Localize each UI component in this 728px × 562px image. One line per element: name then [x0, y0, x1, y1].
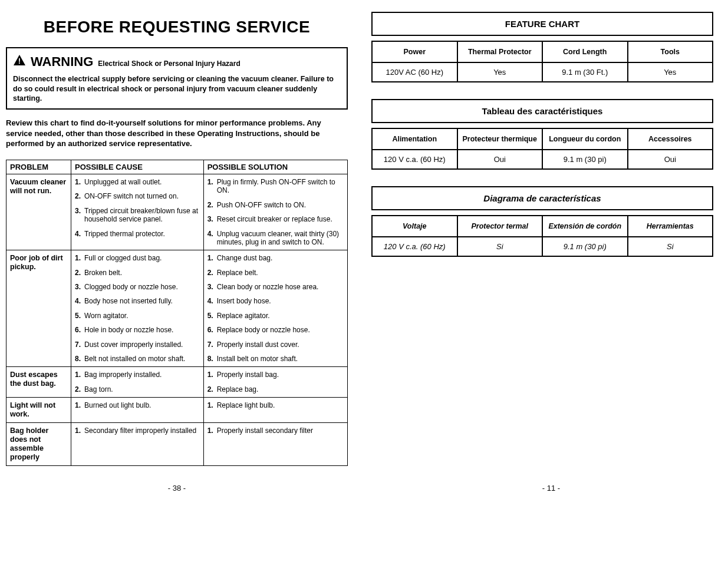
problem-cell: Vacuum cleaner will not run. — [6, 174, 71, 250]
cause-item: Secondary filter improperly installed — [75, 427, 200, 435]
cause-item: Belt not installed on motor shaft. — [75, 355, 200, 363]
feature-chart-title: FEATURE CHART — [372, 12, 713, 35]
warning-header: ! WARNING Electrical Shock or Personal I… — [13, 53, 341, 71]
cause-item: Tripped circuit breaker/blown fuse at ho… — [75, 207, 200, 224]
solution-cell: Replace light bulb. — [203, 398, 347, 423]
feature-header: Extensión de cordón — [542, 216, 628, 237]
feature-header: Longueur du cordon — [542, 128, 628, 150]
svg-text:!: ! — [18, 57, 21, 65]
feature-value: 120 V c.a. (60 Hz) — [372, 237, 457, 256]
solution-item: Install belt on motor shaft. — [207, 355, 344, 363]
cause-cell: Burned out light bulb. — [71, 398, 204, 423]
feature-header: Tools — [628, 41, 713, 62]
cause-item: Body hose not inserted fully. — [75, 297, 200, 305]
page-container: BEFORE REQUESTING SERVICE ! WARNING Elec… — [6, 12, 722, 466]
problem-cell: Bag holder does not assemble properly — [6, 423, 71, 466]
solution-item: Replace body or nozzle hose. — [207, 326, 344, 334]
solution-item: Change dust bag. — [207, 254, 344, 262]
troubleshoot-table: PROBLEM POSSIBLE CAUSE POSSIBLE SOLUTION… — [6, 160, 348, 466]
feature-header: Accessoires — [628, 128, 713, 150]
col-header-cause: POSSIBLE CAUSE — [71, 160, 204, 174]
feature-header: Protector termal — [457, 216, 543, 237]
problem-cell: Poor job of dirt pickup. — [6, 250, 71, 367]
cause-item: Hole in body or nozzle hose. — [75, 326, 200, 334]
problem-cell: Light will not work. — [6, 398, 71, 423]
table-row: Light will not work.Burned out light bul… — [6, 398, 348, 423]
feature-chart-title: Tableau des caractéristiques — [372, 100, 713, 123]
solution-cell: Change dust bag.Replace belt.Clean body … — [203, 250, 347, 367]
feature-header: Cord Length — [542, 41, 628, 62]
col-header-problem: PROBLEM — [6, 160, 71, 174]
feature-value: Oui — [628, 150, 713, 169]
left-page: BEFORE REQUESTING SERVICE ! WARNING Elec… — [6, 12, 348, 466]
page-number-right: - 11 - — [380, 484, 722, 492]
feature-value: 120V AC (60 Hz) — [372, 62, 457, 82]
feature-value: Oui — [457, 150, 543, 169]
col-header-solution: POSSIBLE SOLUTION — [203, 160, 347, 174]
page-number-left: - 38 - — [6, 484, 348, 492]
cause-cell: Unplugged at wall outlet.ON-OFF switch n… — [71, 174, 204, 250]
cause-item: Tripped thermal protector. — [75, 230, 200, 238]
cause-item: Dust cover improperly installed. — [75, 340, 200, 349]
feature-header: Power — [372, 41, 457, 62]
feature-header: Protecteur thermique — [457, 128, 543, 150]
feature-header: Herramientas — [628, 216, 713, 237]
solution-cell: Properly install bag.Replace bag. — [203, 367, 347, 398]
cause-item: Bag torn. — [75, 385, 200, 394]
cause-cell: Secondary filter improperly installed — [71, 423, 204, 466]
cause-item: Bag improperly installed. — [75, 371, 200, 379]
warning-subtitle: Electrical Shock or Personal Injury Haza… — [98, 59, 240, 68]
warning-box: ! WARNING Electrical Shock or Personal I… — [6, 47, 348, 110]
solution-item: Replace light bulb. — [207, 401, 344, 409]
table-row: Dust escapes the dust bag.Bag improperly… — [6, 367, 348, 398]
feature-chart: Tableau des caractéristiquesAlimentation… — [371, 99, 713, 170]
solution-item: Unplug vacuum cleaner, wait thirty (30) … — [207, 230, 344, 247]
feature-value: Yes — [457, 62, 543, 82]
solution-item: Plug in firmly. Push ON-OFF switch to ON… — [207, 178, 344, 195]
right-page: FEATURE CHARTPowerThermal ProtectorCord … — [371, 12, 713, 466]
solution-item: Push ON-OFF switch to ON. — [207, 201, 344, 209]
feature-value: 9.1 m (30 pi) — [542, 150, 628, 169]
feature-value: Yes — [628, 62, 713, 82]
solution-item: Properly install bag. — [207, 371, 344, 379]
solution-item: Replace agitator. — [207, 312, 344, 320]
page-title: BEFORE REQUESTING SERVICE — [6, 18, 348, 37]
solution-item: Properly install dust cover. — [207, 340, 344, 349]
cause-item: Unplugged at wall outlet. — [75, 178, 200, 186]
feature-header: Alimentation — [372, 128, 457, 150]
cause-item: ON-OFF switch not turned on. — [75, 192, 200, 200]
feature-chart-title: Diagrama de características — [372, 187, 713, 210]
solution-item: Reset circuit breaker or replace fuse. — [207, 215, 344, 223]
cause-cell: Bag improperly installed.Bag torn. — [71, 367, 204, 398]
cause-item: Broken belt. — [75, 269, 200, 277]
warning-triangle-icon: ! — [13, 54, 26, 66]
feature-header: Thermal Protector — [457, 41, 543, 62]
feature-value: 9.1 m (30 Ft.) — [542, 62, 628, 82]
review-text: Review this chart to find do-it-yourself… — [6, 118, 348, 149]
problem-cell: Dust escapes the dust bag. — [6, 367, 71, 398]
warning-word: WARNING — [31, 53, 93, 71]
cause-item: Full or clogged dust bag. — [75, 254, 200, 262]
solution-item: Insert body hose. — [207, 297, 344, 305]
table-row: Vacuum cleaner will not run.Unplugged at… — [6, 174, 348, 250]
feature-value: 120 V c.a. (60 Hz) — [372, 150, 457, 169]
solution-item: Replace belt. — [207, 269, 344, 277]
cause-item: Clogged body or nozzle hose. — [75, 283, 200, 291]
cause-cell: Full or clogged dust bag.Broken belt.Clo… — [71, 250, 204, 367]
solution-item: Clean body or nozzle hose area. — [207, 283, 344, 291]
solution-item: Properly install secondary filter — [207, 427, 344, 435]
cause-item: Worn agitator. — [75, 312, 200, 320]
troubleshoot-body: Vacuum cleaner will not run.Unplugged at… — [6, 174, 348, 465]
feature-header: Voltaje — [372, 216, 457, 237]
feature-value: Si — [628, 237, 713, 256]
solution-item: Replace bag. — [207, 385, 344, 394]
feature-value: Si — [457, 237, 543, 256]
table-row: Bag holder does not assemble properlySec… — [6, 423, 348, 466]
warning-body: Disconnect the electrical supply before … — [13, 74, 341, 104]
feature-value: 9.1 m (30 pi) — [542, 237, 628, 256]
feature-chart: Diagrama de característicasVoltajeProtec… — [371, 186, 713, 257]
solution-cell: Plug in firmly. Push ON-OFF switch to ON… — [203, 174, 347, 250]
table-row: Poor job of dirt pickup.Full or clogged … — [6, 250, 348, 367]
feature-chart: FEATURE CHARTPowerThermal ProtectorCord … — [371, 12, 713, 82]
cause-item: Burned out light bulb. — [75, 401, 200, 409]
